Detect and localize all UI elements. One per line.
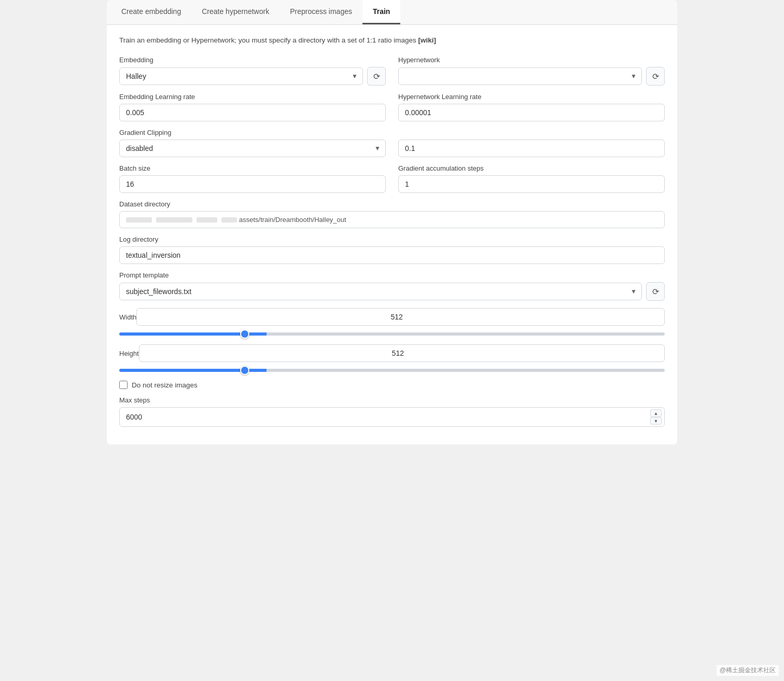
- hypernetwork-lr-input[interactable]: [398, 104, 665, 121]
- max-steps-input[interactable]: [119, 407, 665, 427]
- blurred-path-1: [126, 217, 152, 223]
- prompt-template-section: Prompt template subject_filewords.txt st…: [119, 271, 665, 301]
- tab-bar: Create embedding Create hypernetwork Pre…: [107, 0, 677, 25]
- max-steps-label: Max steps: [119, 396, 665, 404]
- width-slider-row: Width: [119, 308, 665, 337]
- dataset-directory-field: Dataset directory assets/train/Dreamboot…: [119, 200, 665, 228]
- blurred-path-2: [156, 217, 192, 223]
- gradient-clipping-select[interactable]: disabled enabled: [119, 140, 386, 157]
- dataset-directory-label: Dataset directory: [119, 200, 665, 208]
- tab-train[interactable]: Train: [362, 0, 400, 24]
- batch-size-field: Batch size: [119, 164, 386, 193]
- prompt-template-refresh-button[interactable]: ⟳: [646, 282, 665, 301]
- hypernetwork-select-wrapper: ▼: [398, 67, 642, 85]
- log-directory-label: Log directory: [119, 235, 665, 243]
- tab-preprocess-images[interactable]: Preprocess images: [279, 0, 362, 24]
- width-label: Width: [119, 313, 136, 321]
- dataset-directory-section: Dataset directory assets/train/Dreamboot…: [119, 200, 665, 228]
- gradient-clipping-value-field: [398, 129, 665, 157]
- embedding-lr-label: Embedding Learning rate: [119, 93, 386, 101]
- embedding-select-wrapper: Halley Other ▼: [119, 67, 363, 85]
- info-text: Train an embedding or Hypernetwork; you …: [119, 35, 665, 46]
- batch-gradient-row: Batch size Gradient accumulation steps: [119, 164, 665, 193]
- gradient-clipping-label: Gradient Clipping: [119, 129, 386, 136]
- gradient-accumulation-field: Gradient accumulation steps: [398, 164, 665, 193]
- prompt-template-select-wrapper: subject_filewords.txt style_filewords.tx…: [119, 283, 642, 300]
- width-value-input[interactable]: [136, 308, 665, 326]
- log-directory-input[interactable]: [119, 246, 665, 264]
- blurred-path-4: [221, 217, 237, 223]
- hypernetwork-select[interactable]: [398, 67, 642, 85]
- hypernetwork-field: Hypernetwork ▼ ⟳: [398, 56, 665, 86]
- hypernetwork-label: Hypernetwork: [398, 56, 665, 64]
- dataset-directory-input[interactable]: assets/train/Dreambooth/Halley_out: [119, 211, 665, 228]
- prompt-template-field: Prompt template subject_filewords.txt st…: [119, 271, 665, 301]
- steps-spinners: ▲ ▼: [650, 410, 662, 425]
- height-slider-row: Height: [119, 344, 665, 373]
- dataset-path-end: assets/train/Dreambooth/Halley_out: [239, 216, 346, 224]
- do-not-resize-row: Do not resize images: [119, 381, 665, 389]
- embedding-lr-input[interactable]: [119, 104, 386, 121]
- embedding-label: Embedding: [119, 56, 386, 64]
- height-slider[interactable]: [119, 369, 665, 372]
- hypernetwork-lr-label: Hypernetwork Learning rate: [398, 93, 665, 101]
- tab-create-embedding[interactable]: Create embedding: [111, 0, 191, 24]
- gradient-accumulation-label: Gradient accumulation steps: [398, 164, 665, 172]
- log-directory-field: Log directory: [119, 235, 665, 264]
- hypernetwork-lr-field: Hypernetwork Learning rate: [398, 93, 665, 121]
- do-not-resize-checkbox[interactable]: [119, 381, 128, 389]
- height-label: Height: [119, 350, 139, 357]
- embedding-refresh-button[interactable]: ⟳: [367, 67, 386, 86]
- embedding-field: Embedding Halley Other ▼ ⟳: [119, 56, 386, 86]
- do-not-resize-label[interactable]: Do not resize images: [132, 381, 198, 389]
- gradient-clipping-row: Gradient Clipping disabled enabled ▼: [119, 129, 665, 157]
- height-value-input[interactable]: [139, 344, 665, 362]
- batch-size-label: Batch size: [119, 164, 386, 172]
- prompt-template-label: Prompt template: [119, 271, 665, 279]
- embedding-hypernetwork-row: Embedding Halley Other ▼ ⟳ Hypernetwork: [119, 56, 665, 86]
- width-slider[interactable]: [119, 332, 665, 336]
- tab-create-hypernetwork[interactable]: Create hypernetwork: [191, 0, 279, 24]
- steps-increment-button[interactable]: ▲: [650, 410, 662, 417]
- steps-input-wrapper: ▲ ▼: [119, 407, 665, 427]
- gradient-clipping-select-wrapper: disabled enabled ▼: [119, 140, 386, 157]
- gradient-clipping-field: Gradient Clipping disabled enabled ▼: [119, 129, 386, 157]
- gradient-clipping-value-input[interactable]: [398, 140, 665, 157]
- blurred-path-3: [197, 217, 217, 223]
- gradient-clipping-value-label: [398, 129, 665, 136]
- embedding-select[interactable]: Halley Other: [119, 67, 363, 85]
- log-directory-section: Log directory: [119, 235, 665, 264]
- max-steps-field: Max steps ▲ ▼: [119, 396, 665, 427]
- learning-rates-row: Embedding Learning rate Hypernetwork Lea…: [119, 93, 665, 121]
- prompt-template-select[interactable]: subject_filewords.txt style_filewords.tx…: [119, 283, 642, 300]
- steps-decrement-button[interactable]: ▼: [650, 418, 662, 425]
- gradient-accumulation-input[interactable]: [398, 175, 665, 193]
- batch-size-input[interactable]: [119, 175, 386, 193]
- embedding-lr-field: Embedding Learning rate: [119, 93, 386, 121]
- hypernetwork-refresh-button[interactable]: ⟳: [646, 67, 665, 86]
